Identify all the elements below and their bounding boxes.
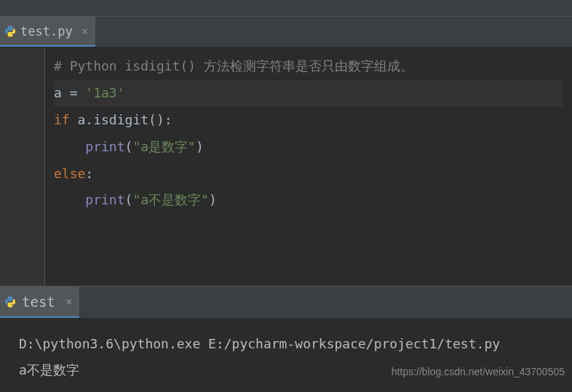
code-editor[interactable]: # Python isdigit() 方法检测字符串是否只由数字组成。 a = … <box>45 47 572 286</box>
editor-tab-row: test.py × <box>0 17 572 47</box>
code-line-2[interactable]: a = '1a3' <box>54 80 563 107</box>
code-line-5[interactable]: else: <box>54 161 563 188</box>
console-tab-label: test <box>22 294 55 310</box>
console-tab-active[interactable]: test × <box>0 287 79 318</box>
editor-area: # Python isdigit() 方法检测字符串是否只由数字组成。 a = … <box>0 47 572 286</box>
python-run-icon <box>4 296 16 308</box>
watermark-text: https://blog.csdn.net/weixin_43700505 <box>392 361 565 382</box>
python-file-icon <box>4 25 16 37</box>
console-line-1: D:\python3.6\python.exe E:/pycharm-works… <box>19 331 553 357</box>
code-line-6[interactable]: print("a不是数字") <box>54 187 563 214</box>
console-tab-row: test × <box>0 286 572 318</box>
gutter[interactable] <box>0 47 45 286</box>
top-toolbar <box>0 0 572 17</box>
code-line-4[interactable]: print("a是数字") <box>54 134 563 161</box>
code-line-1[interactable]: # Python isdigit() 方法检测字符串是否只由数字组成。 <box>54 53 563 80</box>
close-icon[interactable]: × <box>61 295 73 308</box>
editor-tab-active[interactable]: test.py × <box>0 17 95 47</box>
editor-tab-label: test.py <box>20 24 73 39</box>
console-output[interactable]: D:\python3.6\python.exe E:/pycharm-works… <box>0 318 572 392</box>
close-icon[interactable]: × <box>77 24 89 38</box>
code-line-3[interactable]: if a.isdigit(): <box>54 107 563 134</box>
